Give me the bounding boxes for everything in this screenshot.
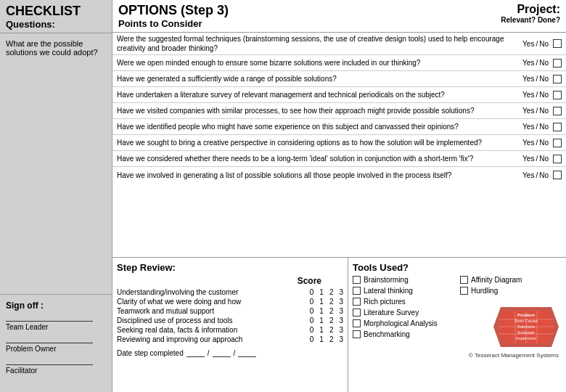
- tool-label: Literature Survey: [364, 309, 419, 317]
- signoff-team-leader: Team Leader: [6, 321, 106, 331]
- score-2[interactable]: 2: [329, 335, 334, 343]
- tool-checkbox[interactable]: [353, 330, 361, 338]
- review-scores[interactable]: 0 1 2 3: [310, 326, 343, 334]
- review-row-label: Understanding/involving the customer: [117, 288, 310, 296]
- tool-checkbox[interactable]: [460, 287, 468, 295]
- list-item[interactable]: Hurdling: [460, 287, 562, 295]
- checklist-yesno[interactable]: Yes / No: [518, 75, 562, 83]
- list-item[interactable]: Benchmarking: [353, 330, 454, 338]
- review-scores[interactable]: 0 1 2 3: [310, 317, 343, 324]
- done-checkbox[interactable]: [553, 75, 562, 83]
- review-scores[interactable]: 0 1 2 3: [310, 288, 343, 296]
- tool-checkbox[interactable]: [353, 298, 361, 306]
- checklist-yesno[interactable]: Yes / No: [518, 59, 562, 68]
- tool-checkbox[interactable]: [353, 287, 361, 295]
- table-row: Have we sought to bring a creative persp…: [112, 135, 566, 151]
- table-row: Have we considered whether there needs t…: [112, 151, 566, 167]
- done-checkbox[interactable]: [553, 123, 562, 131]
- list-item[interactable]: Morphological Analysis: [353, 319, 454, 327]
- checklist-yesno[interactable]: Yes / No: [518, 39, 562, 48]
- signoff-title: Sign off :: [6, 301, 106, 311]
- score-0[interactable]: 0: [310, 298, 314, 306]
- score-1[interactable]: 1: [319, 288, 324, 296]
- review-row: Clarity of what we were doing and how 0 …: [117, 297, 343, 306]
- table-row: Have we identified people who might have…: [112, 119, 566, 135]
- header-left: OPTIONS (Step 3) Points to Consider: [118, 3, 229, 29]
- done-checkbox[interactable]: [553, 171, 562, 179]
- no-label: No: [539, 139, 549, 147]
- checklist-yesno[interactable]: Yes / No: [518, 139, 562, 147]
- score-0[interactable]: 0: [310, 335, 314, 343]
- review-scores[interactable]: 0 1 2 3: [310, 307, 343, 315]
- header-right: Project: Relevant? Done?: [501, 3, 560, 24]
- score-0[interactable]: 0: [310, 307, 314, 315]
- sidebar-title: CHECKLIST: [6, 4, 106, 19]
- checklist-yesno[interactable]: Yes / No: [518, 171, 562, 179]
- score-3[interactable]: 3: [339, 335, 343, 343]
- list-item[interactable]: Literature Survey: [353, 309, 454, 317]
- signoff-line-problem-owner: [6, 343, 93, 343]
- tessaract-logo: Problem Root Cause Solutions Evaluate Im…: [493, 303, 559, 351]
- table-row: Were the suggested formal techniques (br…: [112, 33, 566, 55]
- score-1[interactable]: 1: [319, 335, 324, 343]
- score-1[interactable]: 1: [319, 298, 324, 306]
- score-1[interactable]: 1: [319, 326, 324, 334]
- score-1[interactable]: 1: [319, 317, 324, 324]
- score-3[interactable]: 3: [339, 288, 343, 296]
- score-2[interactable]: 2: [329, 288, 334, 296]
- main-title: OPTIONS (Step 3): [118, 3, 229, 18]
- score-2[interactable]: 2: [329, 298, 334, 306]
- tool-label: Morphological Analysis: [364, 319, 438, 327]
- score-1[interactable]: 1: [319, 307, 324, 315]
- score-2[interactable]: 2: [329, 307, 334, 315]
- score-3[interactable]: 3: [339, 307, 343, 315]
- yes-label: Yes: [522, 59, 534, 67]
- score-2[interactable]: 2: [329, 326, 334, 334]
- score-2[interactable]: 2: [329, 317, 334, 324]
- score-0[interactable]: 0: [310, 326, 314, 334]
- done-checkbox[interactable]: [553, 139, 562, 147]
- signoff-problem-owner: Problem Owner: [6, 343, 106, 353]
- checklist-yesno[interactable]: Yes / No: [518, 123, 562, 131]
- checklist-yesno[interactable]: Yes / No: [518, 91, 562, 99]
- signoff-facilitator: Facilitator: [6, 364, 106, 375]
- done-checkbox[interactable]: [553, 91, 562, 99]
- no-label: No: [539, 91, 549, 99]
- review-scores[interactable]: 0 1 2 3: [310, 298, 343, 306]
- step-review-panel: Step Review: Score Understanding/involvi…: [112, 258, 348, 392]
- table-row: Have we generated a sufficiently wide a …: [112, 71, 566, 87]
- score-0[interactable]: 0: [310, 288, 314, 296]
- done-checkbox[interactable]: [553, 107, 562, 115]
- list-item[interactable]: Affinity Diagram: [460, 276, 562, 284]
- date-separator1: [186, 348, 205, 357]
- review-scores[interactable]: 0 1 2 3: [310, 335, 343, 343]
- separator: /: [536, 107, 538, 115]
- review-row: Seeking real data, facts & information 0…: [117, 325, 343, 335]
- score-3[interactable]: 3: [339, 326, 343, 334]
- tool-checkbox[interactable]: [460, 276, 468, 284]
- date-slash1: /: [208, 349, 210, 357]
- done-checkbox[interactable]: [553, 59, 562, 68]
- tool-label: Brainstorming: [364, 276, 409, 284]
- list-item[interactable]: Lateral thinking: [353, 287, 454, 295]
- done-checkbox[interactable]: [553, 155, 562, 163]
- score-3[interactable]: 3: [339, 298, 343, 306]
- main-subtitle: Points to Consider: [118, 18, 229, 29]
- table-row: Were we open minded enough to ensure som…: [112, 55, 566, 71]
- sidebar-signoff: Sign off : Team Leader Problem Owner Fac…: [0, 294, 112, 392]
- tool-checkbox[interactable]: [353, 276, 361, 284]
- tool-checkbox[interactable]: [353, 319, 361, 327]
- tools-content: Brainstorming Lateral thinking Rich pict…: [353, 276, 562, 362]
- done-checkbox[interactable]: [553, 39, 562, 48]
- checklist-yesno[interactable]: Yes / No: [518, 107, 562, 115]
- review-row: Reviewing and improving our approach 0 1…: [117, 335, 343, 344]
- tool-checkbox[interactable]: [353, 309, 361, 317]
- checklist-yesno[interactable]: Yes / No: [518, 155, 562, 163]
- score-0[interactable]: 0: [310, 317, 314, 324]
- table-row: Have we involved in generating a list of…: [112, 167, 566, 183]
- separator: /: [536, 91, 538, 99]
- list-item[interactable]: Rich pictures: [353, 298, 454, 306]
- list-item[interactable]: Brainstorming: [353, 276, 454, 284]
- score-3[interactable]: 3: [339, 317, 343, 324]
- review-row: Teamwork and mutual support 0 1 2 3: [117, 306, 343, 316]
